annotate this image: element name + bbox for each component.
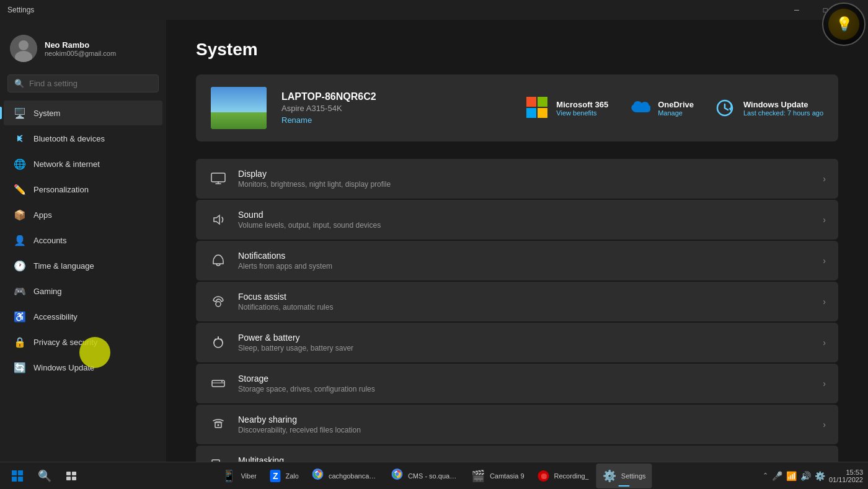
corner-decoration: 💡 <box>822 2 866 46</box>
taskbar-systray: ⌃ 🎤 📶 🔊 ⚙️ 15:53 01/11/2022 <box>763 469 863 483</box>
sidebar-item-label: Personalization <box>33 185 89 194</box>
taskbar-app-recording[interactable]: ⏺ Recording_ <box>532 464 595 488</box>
systray-mic-icon: 🎤 <box>772 471 782 481</box>
settings-item-multitasking[interactable]: Multitasking Snap windows, desktops, tas… <box>196 446 838 462</box>
titlebar-title: Settings <box>7 6 34 14</box>
multitasking-text: Multitasking Snap windows, desktops, tas… <box>238 455 813 462</box>
svg-point-30 <box>396 472 399 476</box>
titlebar: Settings ─ □ ✕ <box>0 0 868 20</box>
ms365-text: Microsoft 365 View benefits <box>556 100 608 117</box>
taskbar-app-camtasia[interactable]: 🎬 Camtasia 9 <box>465 464 531 488</box>
onedrive-link[interactable]: OneDrive Manage <box>628 97 694 119</box>
notifications-icon <box>208 251 228 271</box>
taskbar-app-chrome1[interactable]: cachgobancapnhat... <box>306 464 384 488</box>
system-details: LAPTOP-86NQR6C2 Aspire A315-54K Rename <box>281 91 512 125</box>
minimize-button[interactable]: ─ <box>782 0 811 20</box>
svg-point-1 <box>19 40 29 50</box>
chevron-right-icon: › <box>823 338 826 348</box>
sidebar-item-label: Accessibility <box>33 312 78 321</box>
svg-rect-11 <box>212 380 224 387</box>
sidebar-item-gaming[interactable]: 🎮 Gaming <box>4 279 162 303</box>
task-view-button[interactable] <box>60 464 84 488</box>
sidebar-item-accounts[interactable]: 👤 Accounts <box>4 228 162 253</box>
taskbar-search-button[interactable]: 🔍 <box>32 464 57 488</box>
multitasking-name: Multitasking <box>238 455 813 462</box>
settings-item-display[interactable]: Display Monitors, brightness, night ligh… <box>196 159 838 199</box>
sidebar-item-windows-update[interactable]: 🔄 Windows Update <box>4 355 162 380</box>
svg-rect-6 <box>538 108 547 118</box>
display-text: Display Monitors, brightness, night ligh… <box>238 169 813 189</box>
settings-item-focus[interactable]: Focus assist Notifications, automatic ru… <box>196 282 838 321</box>
settings-label: Settings <box>621 472 646 480</box>
sidebar-item-personalization[interactable]: ✏️ Personalization <box>4 177 162 202</box>
zalo-label: Zalo <box>285 472 298 480</box>
main-layout: Neo Rambo neokim005@gmail.com 🔍 🖥️ Syste… <box>0 20 868 462</box>
winupdate-name: Windows Update <box>743 100 823 109</box>
sidebar-item-label: System <box>33 109 60 118</box>
ms365-link[interactable]: Microsoft 365 View benefits <box>526 97 608 119</box>
clock-time: 15:53 <box>829 469 863 476</box>
settings-item-notifications[interactable]: Notifications Alerts from apps and syste… <box>196 241 838 280</box>
svg-point-10 <box>214 339 223 348</box>
chrome1-icon <box>312 469 324 483</box>
systray-settings-icon[interactable]: ⚙️ <box>815 471 825 481</box>
taskbar-app-settings[interactable]: ⚙️ Settings <box>596 464 652 488</box>
onedrive-name: OneDrive <box>658 100 694 109</box>
camtasia-icon: 🎬 <box>471 469 485 483</box>
nearby-text: Nearby sharing Discoverability, received… <box>238 415 813 434</box>
viber-icon: 📱 <box>222 469 236 483</box>
chevron-right-icon: › <box>823 215 826 225</box>
rename-link[interactable]: Rename <box>281 115 512 125</box>
focus-icon <box>208 292 228 312</box>
taskbar-app-chrome2[interactable]: CMS - so.quantrima... <box>386 464 464 488</box>
sidebar-item-network[interactable]: 🌐 Network & internet <box>4 151 162 176</box>
taskbar: 🔍 📱 Viber Z Zalo cachgobancapnhat... CMS… <box>0 462 868 489</box>
network-icon: 🌐 <box>14 158 26 170</box>
sidebar-item-system[interactable]: 🖥️ System <box>4 101 162 125</box>
sidebar-item-label: Time & language <box>33 261 94 271</box>
onedrive-text: OneDrive Manage <box>658 100 694 117</box>
start-button[interactable] <box>5 464 30 488</box>
ms365-sub[interactable]: View benefits <box>556 109 608 117</box>
systray-volume-icon[interactable]: 🔊 <box>800 471 811 481</box>
taskbar-app-zalo[interactable]: Z Zalo <box>264 464 305 488</box>
system-hostname: LAPTOP-86NQR6C2 <box>281 91 512 102</box>
chevron-right-icon: › <box>823 256 826 266</box>
systray-chevron[interactable]: ⌃ <box>763 472 768 480</box>
sidebar-item-privacy[interactable]: 🔒 Privacy & security <box>4 330 162 354</box>
sidebar-item-accessibility[interactable]: ♿ Accessibility <box>4 304 162 329</box>
winupdate-link[interactable]: Windows Update Last checked: 7 hours ago <box>714 97 823 119</box>
storage-desc: Storage space, drives, configuration rul… <box>238 385 813 393</box>
settings-item-nearby[interactable]: Nearby sharing Discoverability, received… <box>196 405 838 444</box>
svg-rect-8 <box>211 173 225 182</box>
sidebar-item-label: Network & internet <box>33 159 100 169</box>
user-profile[interactable]: Neo Rambo neokim005@gmail.com <box>0 25 166 74</box>
zalo-icon: Z <box>270 470 281 482</box>
storage-name: Storage <box>238 374 813 384</box>
search-input[interactable] <box>29 79 152 88</box>
recording-label: Recording_ <box>554 472 589 480</box>
settings-item-storage[interactable]: Storage Storage space, drives, configura… <box>196 364 838 403</box>
settings-item-sound[interactable]: Sound Volume levels, output, input, soun… <box>196 200 838 240</box>
sidebar-item-apps[interactable]: 📦 Apps <box>4 202 162 227</box>
systray-network-icon[interactable]: 📶 <box>786 471 797 481</box>
system-icon: 🖥️ <box>14 107 26 119</box>
chrome2-icon <box>392 469 403 483</box>
display-icon <box>208 169 228 189</box>
svg-rect-21 <box>66 472 71 475</box>
camtasia-label: Camtasia 9 <box>490 472 525 480</box>
settings-item-power[interactable]: Power & battery Sleep, battery usage, ba… <box>196 323 838 362</box>
sidebar-item-label: Gaming <box>33 287 62 296</box>
sidebar-item-bluetooth[interactable]: Bluetooth & devices <box>4 126 162 151</box>
svg-rect-17 <box>12 470 17 475</box>
onedrive-sub[interactable]: Manage <box>658 109 694 117</box>
avatar <box>10 35 37 62</box>
gaming-icon: 🎮 <box>14 285 26 297</box>
focus-desc: Notifications, automatic rules <box>238 303 813 312</box>
svg-rect-5 <box>526 108 536 118</box>
svg-rect-19 <box>12 477 17 482</box>
sidebar-item-time[interactable]: 🕐 Time & language <box>4 253 162 278</box>
nearby-icon <box>208 415 228 434</box>
taskbar-app-viber[interactable]: 📱 Viber <box>216 464 262 488</box>
nearby-name: Nearby sharing <box>238 415 813 424</box>
